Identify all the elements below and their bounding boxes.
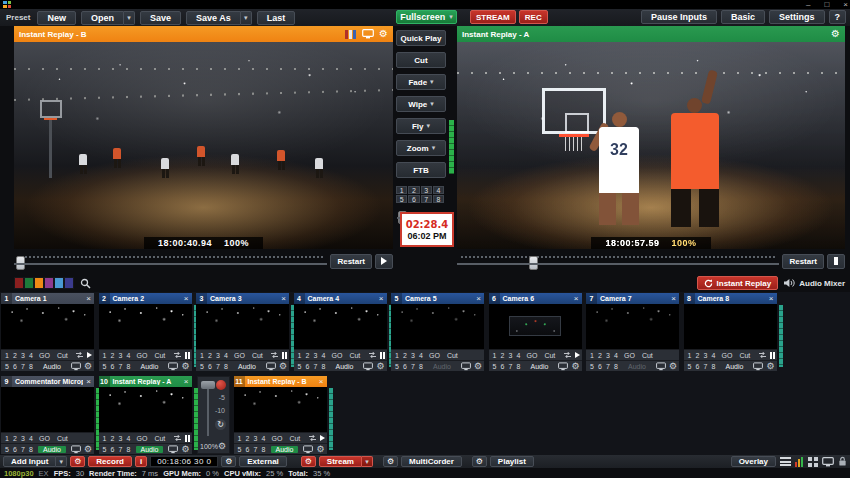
- input-select-number[interactable]: 1: [3, 352, 11, 359]
- monitor-icon[interactable]: [363, 362, 373, 371]
- close-icon[interactable]: ×: [376, 293, 387, 304]
- input-select-number[interactable]: 4: [125, 352, 133, 359]
- input-select-number[interactable]: 1: [198, 352, 206, 359]
- input-select-number[interactable]: 4: [125, 435, 133, 442]
- gear-icon[interactable]: ⚙: [218, 441, 226, 451]
- multicorder-settings-gear-icon[interactable]: ⚙: [383, 456, 398, 467]
- gear-icon[interactable]: ⚙: [84, 445, 92, 454]
- audio-meters-icon[interactable]: [795, 457, 804, 467]
- input-select-number[interactable]: 1: [3, 435, 11, 442]
- gear-icon[interactable]: ⚙: [571, 362, 579, 371]
- gear-icon[interactable]: ⚙: [316, 445, 324, 454]
- input-select-number[interactable]: 3: [252, 435, 260, 442]
- close-icon[interactable]: ×: [571, 293, 582, 304]
- audio-button[interactable]: Audio: [428, 363, 456, 370]
- input-tile-header[interactable]: 3 Camera 3 ×: [196, 293, 289, 304]
- input-select-number[interactable]: 4: [320, 352, 328, 359]
- preview-a-video[interactable]: 32 18:00:57.59100%: [457, 42, 845, 249]
- input-select-number[interactable]: 2: [244, 435, 252, 442]
- monitor-icon[interactable]: [362, 29, 374, 39]
- play-pause-icon[interactable]: [380, 352, 385, 359]
- input-select-number[interactable]: 2: [694, 352, 702, 359]
- input-select-number[interactable]: 1: [393, 352, 401, 359]
- seek-handle[interactable]: [16, 256, 25, 270]
- input-select-number[interactable]: 7: [117, 446, 125, 453]
- restart-button[interactable]: Restart: [782, 254, 824, 269]
- input-select-number[interactable]: 6: [11, 446, 19, 453]
- add-input-dropdown[interactable]: ▾: [56, 456, 67, 467]
- input-thumbnail[interactable]: [1, 387, 94, 432]
- transition-zoom-button[interactable]: Zoom▾: [396, 140, 446, 156]
- input-select-number[interactable]: 2: [206, 352, 214, 359]
- monitor-icon[interactable]: [461, 362, 471, 371]
- input-thumbnail[interactable]: [391, 304, 484, 349]
- color-bars-icon[interactable]: [345, 30, 357, 39]
- input-select-number[interactable]: 6: [206, 363, 214, 370]
- record-settings-gear-icon[interactable]: ⚙: [70, 456, 85, 467]
- color-swatch[interactable]: [64, 277, 74, 289]
- cut-button[interactable]: Cut: [151, 435, 168, 442]
- input-thumbnail[interactable]: [99, 304, 192, 349]
- cut-button[interactable]: Cut: [249, 352, 266, 359]
- transition-number-button[interactable]: 1: [396, 186, 407, 194]
- input-select-number[interactable]: 8: [320, 363, 328, 370]
- go-button[interactable]: GO: [269, 435, 286, 442]
- input-select-number[interactable]: 7: [252, 446, 260, 453]
- input-select-number[interactable]: 8: [417, 363, 425, 370]
- input-tile[interactable]: 9 Commentator Microphone × 1234 GO Cut 5…: [1, 376, 94, 454]
- input-select-number[interactable]: 4: [27, 352, 35, 359]
- input-select-number[interactable]: 4: [222, 352, 230, 359]
- pause-inputs-button[interactable]: Pause Inputs: [641, 10, 717, 24]
- close-button[interactable]: ×: [843, 0, 848, 9]
- preview-b-seekbar[interactable]: [14, 253, 327, 269]
- input-thumbnail[interactable]: [294, 304, 387, 349]
- transition-number-button[interactable]: 2: [408, 186, 419, 194]
- quick-play-button[interactable]: Quick Play: [396, 30, 446, 46]
- go-button[interactable]: GO: [426, 352, 443, 359]
- save-as-button[interactable]: Save As: [186, 11, 241, 25]
- rec-indicator[interactable]: REC: [519, 10, 548, 24]
- go-button[interactable]: GO: [719, 352, 736, 359]
- preview-a-seekbar[interactable]: [457, 253, 779, 269]
- menu-icon[interactable]: [780, 457, 791, 466]
- cut-button[interactable]: Cut: [286, 435, 303, 442]
- input-tile[interactable]: 11 Instant Replay - B × 1234 GO Cut 5678…: [234, 376, 327, 454]
- input-tile-header[interactable]: 6 Camera 6 ×: [489, 293, 582, 304]
- multicorder-button[interactable]: MultiCorder: [401, 456, 462, 467]
- input-select-number[interactable]: 3: [702, 352, 710, 359]
- play-pause-icon[interactable]: [770, 352, 775, 359]
- input-select-number[interactable]: 7: [604, 363, 612, 370]
- transition-wipe-button[interactable]: Wipe▾: [396, 96, 446, 112]
- close-icon[interactable]: ×: [766, 293, 777, 304]
- input-tile-header[interactable]: 2 Camera 2 ×: [99, 293, 192, 304]
- audio-button[interactable]: Audio: [623, 363, 651, 370]
- input-select-number[interactable]: 3: [409, 352, 417, 359]
- cut-button[interactable]: Cut: [151, 352, 168, 359]
- input-select-number[interactable]: 8: [27, 446, 35, 453]
- transition-number-button[interactable]: 3: [421, 186, 432, 194]
- loop-icon[interactable]: [173, 351, 182, 359]
- gear-icon[interactable]: ⚙: [831, 29, 840, 39]
- monitor-icon[interactable]: [168, 362, 178, 371]
- new-button[interactable]: New: [37, 11, 76, 25]
- input-tile-header[interactable]: 5 Camera 5 ×: [391, 293, 484, 304]
- restart-button[interactable]: Restart: [330, 254, 372, 269]
- input-select-number[interactable]: 7: [19, 363, 27, 370]
- transition-number-button[interactable]: 5: [396, 195, 407, 203]
- loop-icon[interactable]: [758, 351, 767, 359]
- input-select-number[interactable]: 7: [507, 363, 515, 370]
- input-tile-header[interactable]: 10 Instant Replay - A ×: [99, 376, 192, 387]
- gear-icon[interactable]: ⚙: [84, 362, 92, 371]
- input-select-number[interactable]: 1: [491, 352, 499, 359]
- input-select-number[interactable]: 7: [19, 446, 27, 453]
- input-select-number[interactable]: 6: [109, 363, 117, 370]
- stream-button[interactable]: Stream: [319, 456, 362, 467]
- play-pause-icon[interactable]: [282, 352, 287, 359]
- go-button[interactable]: GO: [134, 435, 151, 442]
- external-settings-gear-icon[interactable]: ⚙: [221, 456, 236, 467]
- loop-icon[interactable]: [173, 434, 182, 442]
- transition-number-button[interactable]: 8: [433, 195, 444, 203]
- playlist-button[interactable]: Playlist: [490, 456, 534, 467]
- magnifier-icon[interactable]: [80, 278, 91, 289]
- gear-icon[interactable]: ⚙: [474, 362, 482, 371]
